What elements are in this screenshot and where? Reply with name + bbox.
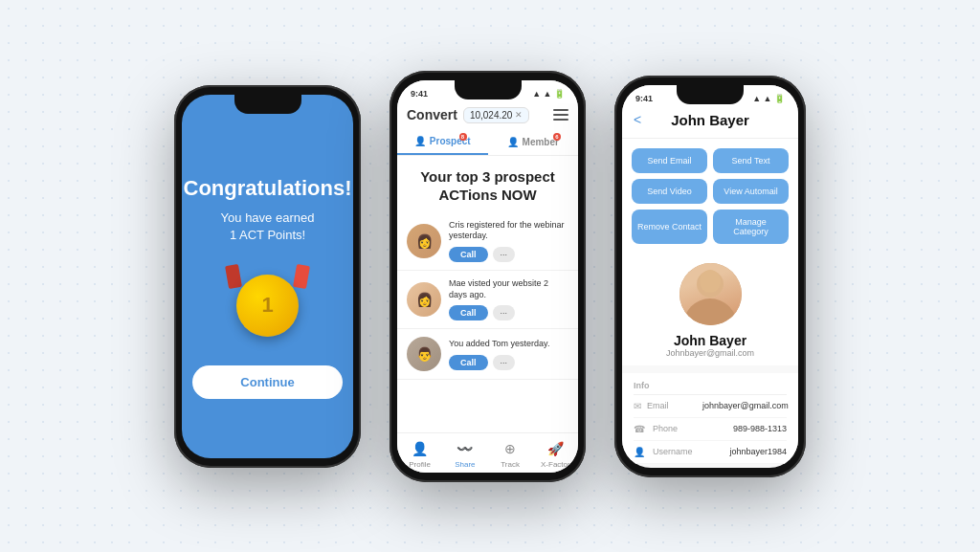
call-btn-1[interactable]: Call — [449, 305, 488, 320]
tab-bar: 👤 Prospect 8 👤 Member 6 — [397, 129, 578, 156]
prospect-text-1: Mae visted your website 2 days ago. — [449, 278, 568, 300]
svg-point-3 — [700, 270, 721, 293]
svg-point-0 — [683, 298, 737, 325]
tab-member[interactable]: 👤 Member 6 — [488, 129, 579, 155]
prospect-actions-2: Call ··· — [449, 355, 568, 370]
badge-value: 10,024.20 — [470, 110, 513, 121]
more-btn-0[interactable]: ··· — [493, 247, 516, 262]
congrats-title: Congratulations! — [184, 176, 352, 201]
nav-track[interactable]: ⊕ Track — [488, 439, 533, 469]
info-row-email: ✉ Email johnbayer@gmail.com — [634, 395, 787, 418]
time-3: 9:41 — [635, 94, 653, 103]
profile-icon: 👤 — [411, 439, 430, 458]
username-field-label: Username — [653, 447, 702, 456]
profile-name-header: John Bayer — [671, 112, 749, 128]
prospect-avatar-1: 👩 — [407, 282, 441, 317]
back-button[interactable]: < — [634, 112, 641, 127]
prospect-item-0: 👩 Cris registered for the webinar yester… — [397, 212, 578, 271]
prospect-badge: 8 — [459, 133, 467, 141]
profile-email-sub: Johnbayer@gmail.com — [666, 348, 754, 358]
prospect-avatar-2: 👨 — [407, 337, 441, 371]
phone-field-label: Phone — [653, 424, 702, 433]
medal-icon: 1 — [232, 265, 303, 337]
time-2: 9:41 — [411, 89, 428, 99]
email-field-value: johnbayer@gmail.com — [702, 401, 789, 410]
notch-3 — [677, 85, 744, 104]
notch-1 — [234, 95, 301, 114]
member-badge: 6 — [553, 133, 561, 141]
profile-photo — [679, 263, 742, 325]
send-email-button[interactable]: Send Email — [632, 148, 707, 173]
remove-contact-button[interactable]: Remove Contact — [632, 210, 707, 244]
share-icon: 〰️ — [456, 439, 475, 458]
prospect-item-1: 👩 Mae visted your website 2 days ago. Ca… — [397, 271, 578, 329]
send-text-button[interactable]: Send Text — [713, 148, 789, 173]
phone2-content: Your top 3 prospect ACTions NOW 👩 Cris r… — [397, 156, 578, 432]
convert-header: Convert 10,024.20 ✕ — [397, 103, 578, 129]
manage-category-button[interactable]: Manage Category — [713, 210, 789, 244]
username-field-value: johnbayer1984 — [708, 447, 787, 456]
phone-field-value: 989-988-1313 — [708, 424, 787, 433]
hamburger-menu[interactable] — [553, 109, 568, 121]
convert-badge[interactable]: 10,024.20 ✕ — [463, 107, 530, 123]
phone-2: 9:41 ▲ ▲ 🔋 Convert 10,024.20 ✕ — [390, 71, 586, 482]
medal-circle: 1 — [236, 275, 299, 337]
prospect-header: Your top 3 prospect ACTions NOW — [397, 156, 578, 212]
info-label: Info — [634, 373, 787, 395]
xfactor-icon: 🚀 — [546, 439, 565, 458]
track-icon: ⊕ — [501, 439, 520, 458]
profile-center: John Bayer Johnbayer@gmail.com — [622, 250, 798, 365]
congrats-subtitle: You have earned 1 ACT Points! — [221, 210, 315, 244]
more-btn-1[interactable]: ··· — [493, 305, 516, 320]
status-icons-3: ▲ ▲ 🔋 — [752, 94, 785, 103]
email-field-label: Email — [647, 401, 697, 410]
prospect-actions-0: Call ··· — [449, 247, 568, 262]
email-icon: ✉ — [634, 401, 641, 411]
view-automail-button[interactable]: View Automail — [713, 179, 789, 204]
prospect-item-2: 👨 You added Tom yesterday. Call ··· — [397, 329, 578, 380]
info-section: Info ✉ Email johnbayer@gmail.com ☎ Phone… — [622, 373, 798, 464]
status-icons-2: ▲ ▲ 🔋 — [532, 89, 565, 99]
ribbon-right — [293, 264, 310, 289]
send-video-button[interactable]: Send Video — [632, 179, 707, 204]
phone1-content: Congratulations! You have earned 1 ACT P… — [182, 118, 353, 458]
prospect-actions-1: Call ··· — [449, 305, 568, 320]
prospect-info-2: You added Tom yesterday. Call ··· — [449, 339, 568, 370]
prospect-text-0: Cris registered for the webinar yesterda… — [449, 220, 568, 242]
more-btn-2[interactable]: ··· — [493, 355, 516, 370]
tab-prospect[interactable]: 👤 Prospect 8 — [397, 129, 488, 155]
prospect-info-1: Mae visted your website 2 days ago. Call… — [449, 278, 568, 320]
phone-icon: ☎ — [634, 424, 647, 434]
call-btn-2[interactable]: Call — [449, 355, 488, 370]
profile-header: < John Bayer — [622, 108, 798, 139]
prospect-text-2: You added Tom yesterday. — [449, 339, 568, 350]
phones-container: 9:41 ▲ ▲ 📶 Congratulations! You have ear… — [174, 71, 806, 482]
nav-xfactor[interactable]: 🚀 X-Factor — [533, 439, 578, 469]
info-row-phone: ☎ Phone 989-988-1313 — [634, 418, 787, 441]
convert-title: Convert — [407, 107, 457, 122]
continue-button[interactable]: Continue — [192, 365, 342, 399]
call-btn-0[interactable]: Call — [449, 247, 488, 262]
nav-share[interactable]: 〰️ Share — [442, 439, 487, 469]
prospect-heading: Your top 3 prospect ACTions NOW — [412, 167, 564, 205]
action-buttons-grid: Send Email Send Text Send Video View Aut… — [622, 139, 798, 250]
badge-close[interactable]: ✕ — [515, 110, 523, 120]
ribbon-left — [225, 264, 242, 289]
phone-1: 9:41 ▲ ▲ 📶 Congratulations! You have ear… — [174, 85, 361, 468]
profile-name: John Bayer — [674, 333, 746, 348]
bottom-nav: 👤 Profile 〰️ Share ⊕ Track 🚀 X-Factor — [397, 432, 578, 473]
nav-profile[interactable]: 👤 Profile — [397, 439, 442, 469]
info-row-username: 👤 Username johnbayer1984 — [634, 441, 787, 464]
prospect-info-0: Cris registered for the webinar yesterda… — [449, 220, 568, 262]
phone-3: 9:41 ▲ ▲ 🔋 < John Bayer Send Email Send … — [614, 76, 806, 477]
notch-2 — [455, 80, 522, 99]
prospect-avatar-0: 👩 — [407, 224, 441, 258]
username-icon: 👤 — [634, 447, 647, 457]
